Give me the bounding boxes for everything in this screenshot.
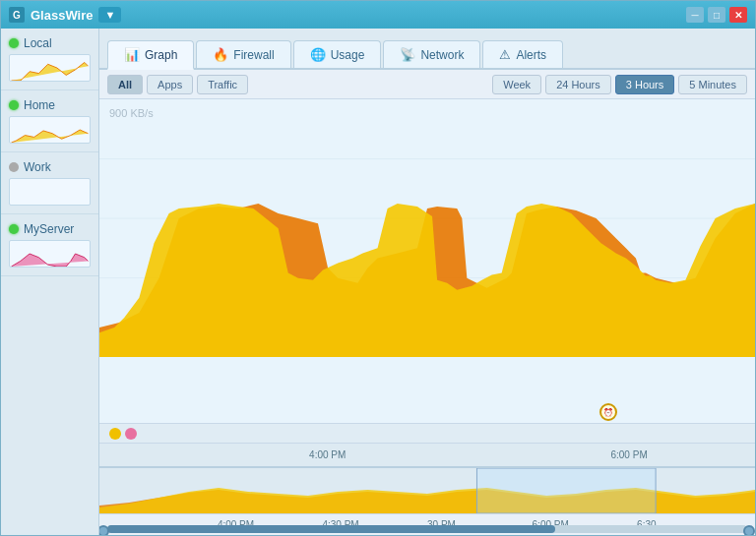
sidebar-item-local[interactable]: Local [1, 29, 98, 90]
app-logo: G [9, 7, 25, 23]
sidebar-graph-local [9, 54, 91, 82]
alerts-tab-icon: ⚠ [499, 47, 511, 62]
sidebar-label-work: Work [24, 160, 51, 174]
svg-rect-8 [476, 468, 656, 513]
svg-marker-4 [99, 204, 755, 357]
graph-container: 900 KB/s ⏰ [99, 99, 755, 466]
tab-graph-label: Graph [145, 48, 177, 62]
time-5minutes[interactable]: 5 Minutes [678, 75, 747, 94]
tab-firewall[interactable]: 🔥 Firewall [196, 40, 290, 68]
sidebar-item-myserver-header: MyServer [9, 222, 91, 236]
status-dot-work [9, 162, 19, 172]
tab-usage[interactable]: 🌐 Usage [293, 40, 382, 68]
tab-alerts-label: Alerts [516, 48, 546, 62]
mini-chart-area [99, 468, 755, 513]
slider-fill [107, 525, 555, 533]
sidebar: Local Home [1, 29, 99, 535]
sidebar-item-home[interactable]: Home [1, 90, 98, 152]
usage-tab-icon: 🌐 [310, 47, 326, 62]
title-controls: ─ □ ✕ [686, 7, 747, 23]
title-bar: G GlassWire ▼ ─ □ ✕ [1, 1, 755, 29]
status-dot-home [9, 100, 19, 110]
slider-handle-left[interactable] [99, 525, 109, 535]
filter-all[interactable]: All [107, 75, 143, 94]
status-dot-myserver [9, 224, 19, 234]
sidebar-graph-work [9, 178, 91, 206]
sub-bar: All Apps Traffic Week 24 Hours 3 Hours 5… [99, 70, 755, 99]
filter-traffic[interactable]: Traffic [197, 75, 248, 94]
sidebar-graph-myserver [9, 240, 91, 268]
main-chart-svg [99, 99, 755, 357]
title-bar-left: G GlassWire ▼ [9, 7, 121, 23]
minimize-button[interactable]: ─ [686, 7, 704, 23]
tab-usage-label: Usage [331, 48, 365, 62]
firewall-tab-icon: 🔥 [213, 47, 228, 62]
event-dot-yellow [109, 428, 121, 440]
time-controls: Week 24 Hours 3 Hours 5 Minutes [492, 75, 747, 94]
sidebar-label-local: Local [24, 36, 52, 50]
slider-handle-right[interactable] [743, 525, 755, 535]
tab-network[interactable]: 📡 Network [383, 40, 480, 68]
slider-track [107, 525, 747, 533]
main-area: Local Home [1, 29, 755, 535]
time-24hours[interactable]: 24 Hours [545, 75, 611, 94]
time-3hours[interactable]: 3 Hours [615, 75, 675, 94]
mini-slider[interactable] [99, 523, 755, 535]
sidebar-label-myserver: MyServer [24, 222, 74, 236]
event-dots [99, 423, 755, 443]
tab-bar: 📊 Graph 🔥 Firewall 🌐 Usage 📡 Network ⚠ [99, 29, 755, 70]
tab-firewall-label: Firewall [233, 48, 274, 62]
timeline-label-6pm: 6:00 PM [610, 449, 647, 460]
sidebar-item-local-header: Local [9, 36, 91, 50]
network-tab-icon: 📡 [400, 47, 415, 62]
graph-tab-icon: 📊 [124, 47, 140, 62]
event-dot-pink [125, 428, 137, 440]
timeline-labels: 4:00 PM 6:00 PM [99, 443, 755, 466]
sidebar-item-home-header: Home [9, 98, 91, 112]
sidebar-item-work[interactable]: Work [1, 152, 98, 214]
sidebar-graph-home [9, 116, 91, 144]
maximize-button[interactable]: □ [708, 7, 725, 23]
app-title: GlassWire [31, 8, 93, 23]
title-dropdown[interactable]: ▼ [98, 7, 121, 23]
tab-network-label: Network [420, 48, 464, 62]
time-week[interactable]: Week [492, 75, 541, 94]
tab-alerts[interactable]: ⚠ Alerts [482, 40, 563, 68]
sidebar-item-work-header: Work [9, 160, 91, 174]
tab-graph[interactable]: 📊 Graph [107, 40, 194, 70]
filter-apps[interactable]: Apps [147, 75, 193, 94]
content-area: 📊 Graph 🔥 Firewall 🌐 Usage 📡 Network ⚠ [99, 29, 755, 535]
mini-timeline: 4:00 PM 4:30 PM 30 PM 6:00 PM 6:30 [99, 466, 755, 535]
timeline-label-4pm: 4:00 PM [309, 449, 346, 460]
close-button[interactable]: ✕ [729, 7, 747, 23]
sidebar-label-home: Home [24, 98, 55, 112]
main-window: G GlassWire ▼ ─ □ ✕ Local [0, 0, 756, 536]
sidebar-item-myserver[interactable]: MyServer [1, 214, 98, 276]
status-dot-local [9, 38, 19, 48]
clock-icon: ⏰ [599, 403, 617, 421]
